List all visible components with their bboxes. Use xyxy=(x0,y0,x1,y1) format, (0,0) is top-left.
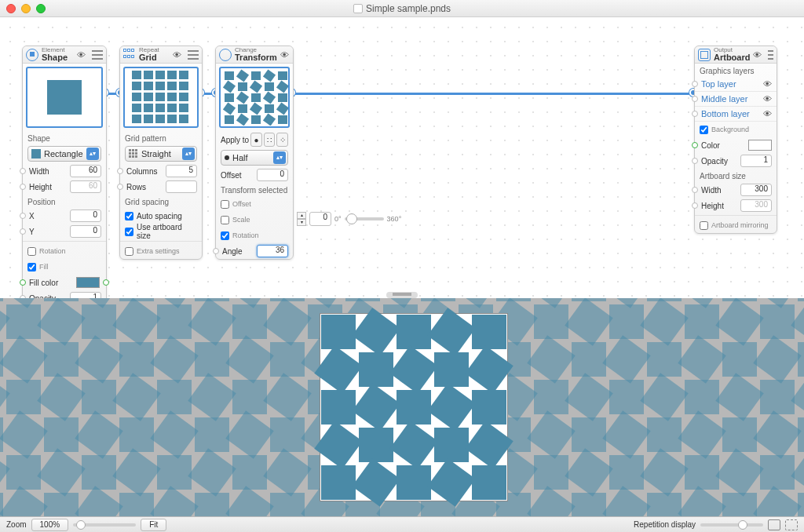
close-icon[interactable] xyxy=(6,4,16,13)
apply-dropdown[interactable]: Half ▴▾ xyxy=(221,150,288,166)
offset-row: Offset 0 xyxy=(216,167,293,183)
window-icon[interactable] xyxy=(768,519,780,530)
eye-icon[interactable]: 👁 xyxy=(763,79,772,89)
maximize-icon[interactable] xyxy=(36,4,46,13)
layer-bottom[interactable]: Bottom layer👁 xyxy=(695,107,777,122)
apply-single-icon[interactable]: ● xyxy=(250,133,262,147)
height-input[interactable]: 60 xyxy=(70,180,101,193)
node-canvas[interactable]: Element Shape 👁 Shape Rectangle ▴▾ Width… xyxy=(0,17,804,298)
y-input[interactable]: 0 xyxy=(70,225,101,238)
angle-slider[interactable] xyxy=(345,217,384,220)
autospacing-label: Auto spacing xyxy=(137,212,197,220)
input-dot[interactable] xyxy=(20,213,26,219)
input-dot[interactable] xyxy=(692,187,698,193)
svg-rect-20 xyxy=(132,115,141,123)
useartboard-checkbox[interactable] xyxy=(125,228,133,236)
autospacing-checkbox[interactable] xyxy=(125,212,133,220)
opacity-input[interactable]: 1 xyxy=(70,292,101,298)
input-dot[interactable] xyxy=(692,111,698,117)
input-dot[interactable] xyxy=(117,168,123,174)
fill-color-swatch[interactable] xyxy=(76,277,100,288)
fill-checkbox[interactable] xyxy=(27,263,36,271)
mirroring-checkbox[interactable] xyxy=(700,221,708,230)
svg-rect-35 xyxy=(225,93,234,102)
transform-icon xyxy=(219,49,232,61)
eye-icon[interactable]: 👁 xyxy=(763,94,772,104)
input-dot[interactable] xyxy=(20,184,26,190)
background-checkbox[interactable] xyxy=(700,126,708,134)
angle-stepper[interactable]: ▴▾ xyxy=(297,212,306,226)
input-dot[interactable] xyxy=(20,168,26,174)
layer-middle[interactable]: Middle layer👁 xyxy=(695,92,777,107)
zoom-value[interactable]: 100% xyxy=(31,519,69,531)
input-dot[interactable] xyxy=(692,142,698,148)
apply-multi-icon[interactable]: ∷ xyxy=(264,133,276,147)
node-header[interactable]: Output Artboard 👁 xyxy=(695,46,777,64)
artboard-width-input[interactable]: 300 xyxy=(740,184,772,196)
artboard-node[interactable]: Output Artboard 👁 Graphics layers Top la… xyxy=(694,46,777,234)
layer-top[interactable]: Top layer👁 xyxy=(695,77,777,92)
pattern-dropdown[interactable]: Straight ▴▾ xyxy=(125,146,197,162)
apply-to-row: Apply to ● ∷ ⁘ xyxy=(216,131,293,148)
output-dot[interactable] xyxy=(103,279,109,286)
menu-icon[interactable] xyxy=(768,50,773,60)
rotation-checkbox[interactable] xyxy=(27,247,36,256)
artboard-opacity-input[interactable]: 1 xyxy=(740,155,772,167)
eye-icon[interactable]: 👁 xyxy=(763,109,772,118)
t-rotation-checkbox[interactable] xyxy=(221,231,229,240)
node-header[interactable]: Repeat Grid 👁 xyxy=(120,46,202,64)
node-header[interactable]: Element Shape 👁 xyxy=(23,46,106,64)
section-pattern: Grid pattern xyxy=(120,131,202,144)
input-dot[interactable] xyxy=(20,279,26,286)
t-offset-checkbox[interactable] xyxy=(221,200,229,209)
rows-input[interactable] xyxy=(166,180,197,193)
t-scale-checkbox[interactable] xyxy=(221,216,229,224)
apply-random-icon[interactable]: ⁘ xyxy=(276,133,288,147)
x-input[interactable]: 0 xyxy=(70,210,101,222)
node-title: Transform xyxy=(235,53,277,62)
input-dot[interactable] xyxy=(692,96,698,102)
transform-node[interactable]: Change Transform 👁 Apply to ● ∷ ⁘ Half ▴… xyxy=(215,46,294,260)
width-label: Width xyxy=(29,167,67,176)
shape-dropdown[interactable]: Rectangle ▴▾ xyxy=(27,146,101,162)
useartboard-row: Use artboard size xyxy=(120,224,202,239)
svg-rect-11 xyxy=(144,93,153,101)
zoom-slider[interactable] xyxy=(73,523,136,527)
eye-icon[interactable]: 👁 xyxy=(77,50,86,60)
node-header[interactable]: Change Transform 👁 xyxy=(216,46,293,64)
svg-rect-16 xyxy=(144,104,153,112)
angle-offset-input[interactable]: 0 xyxy=(309,212,331,226)
svg-rect-14 xyxy=(179,93,188,101)
eye-icon[interactable]: 👁 xyxy=(753,50,762,60)
minimize-icon[interactable] xyxy=(21,4,31,13)
pattern-preview[interactable] xyxy=(0,298,804,516)
artboard-height-input[interactable]: 300 xyxy=(740,199,772,212)
input-dot[interactable] xyxy=(692,202,698,209)
shape-node[interactable]: Element Shape 👁 Shape Rectangle ▴▾ Width… xyxy=(22,46,107,298)
section-layers: Graphics layers xyxy=(695,64,777,77)
eye-icon[interactable]: 👁 xyxy=(173,50,181,60)
grid-node[interactable]: Repeat Grid 👁 Grid pattern Straight ▴▾ C… xyxy=(119,46,203,260)
eye-icon[interactable]: 👁 xyxy=(280,50,289,60)
input-dot[interactable] xyxy=(692,81,698,87)
offset-input[interactable]: 0 xyxy=(257,169,288,181)
angle-input[interactable]: 36 xyxy=(257,245,288,257)
input-dot[interactable] xyxy=(20,228,26,235)
split-handle[interactable] xyxy=(386,292,418,298)
svg-rect-31 xyxy=(238,82,247,91)
rep-slider[interactable] xyxy=(700,523,763,527)
window-title: Simple sample.pnds xyxy=(353,3,451,14)
extra-checkbox[interactable] xyxy=(125,247,133,256)
svg-rect-15 xyxy=(132,104,141,112)
menu-icon[interactable] xyxy=(188,50,199,60)
input-dot[interactable] xyxy=(692,158,698,164)
fit-button[interactable]: Fit xyxy=(141,519,166,531)
width-input[interactable]: 60 xyxy=(70,165,101,177)
input-dot[interactable] xyxy=(117,184,123,190)
fullscreen-icon[interactable] xyxy=(785,519,798,530)
input-dot[interactable] xyxy=(213,248,219,254)
columns-input[interactable]: 5 xyxy=(166,165,197,177)
artboard-color-swatch[interactable] xyxy=(748,140,772,151)
opacity-row: Opacity 1 xyxy=(23,290,106,298)
menu-icon[interactable] xyxy=(92,50,103,60)
